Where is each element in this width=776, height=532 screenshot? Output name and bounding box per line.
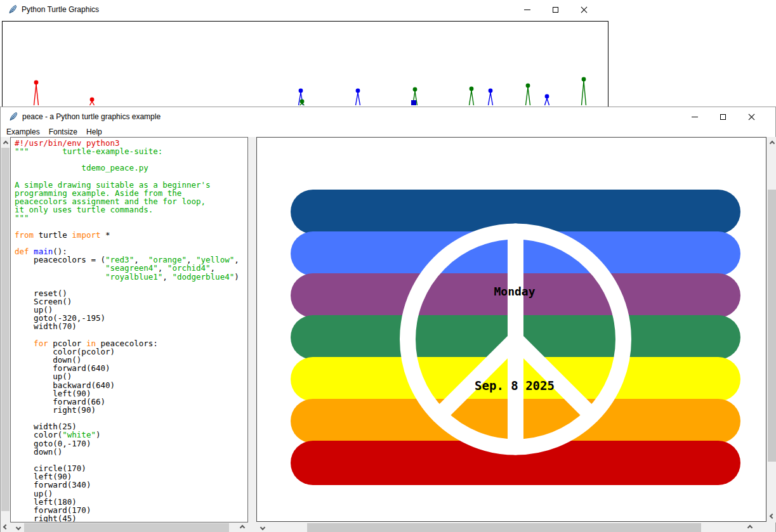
stick-figure xyxy=(489,89,493,105)
chevron-down-icon xyxy=(3,524,8,529)
turtle-minimize-button[interactable] xyxy=(513,0,541,19)
chevron-up-icon xyxy=(769,140,774,145)
code-line: tdemo_peace.py xyxy=(15,164,247,172)
stick-figure xyxy=(300,100,305,105)
peace-window-title: peace - a Python turtle graphics example xyxy=(22,112,161,121)
code-line: "royalblue1", "dodgerblue4") xyxy=(15,273,247,281)
code-line: it only uses turtle commands. xyxy=(15,205,247,214)
peace-minimize-button[interactable] xyxy=(680,107,709,126)
canvas-vscroll-thumb[interactable] xyxy=(768,190,776,462)
stick-figure xyxy=(356,89,360,105)
chevron-right-icon xyxy=(747,525,752,530)
python-feather-icon xyxy=(8,112,18,122)
peace-close-button[interactable] xyxy=(737,107,766,126)
scroll-up-button[interactable] xyxy=(1,137,10,147)
chevron-up-icon xyxy=(3,140,8,145)
turtle-window-title: Python Turtle Graphics xyxy=(22,5,99,14)
code-line: width(70) xyxy=(15,322,247,330)
code-line: right(45) xyxy=(15,514,247,522)
scroll-up-button[interactable] xyxy=(767,137,776,147)
canvas-horizontal-scrollbar[interactable] xyxy=(256,522,766,532)
stick-figure xyxy=(411,100,416,105)
canvas-vertical-scrollbar[interactable] xyxy=(767,137,776,522)
stick-figure xyxy=(470,87,474,105)
code-vscroll-thumb[interactable] xyxy=(1,148,10,511)
stick-figure xyxy=(526,84,530,105)
menu-item-examples[interactable]: Examples xyxy=(2,126,44,137)
scroll-down-button[interactable] xyxy=(1,522,10,532)
canvas-hscroll-thumb[interactable] xyxy=(307,523,701,532)
peace-maximize-button[interactable] xyxy=(709,107,737,126)
chevron-down-icon xyxy=(769,513,774,518)
stick-figure xyxy=(34,81,39,105)
stick-figure xyxy=(582,77,586,105)
close-icon xyxy=(748,114,755,120)
code-hscroll-thumb[interactable] xyxy=(24,523,229,532)
turtle-close-button[interactable] xyxy=(570,0,598,19)
canvas-text-label: Monday xyxy=(494,285,535,298)
source-code-view[interactable]: #!/usr/bin/env python3""" turtle-example… xyxy=(10,137,248,522)
menu-item-help[interactable]: Help xyxy=(82,126,107,137)
minimize-icon xyxy=(524,10,530,10)
code-line: """ xyxy=(15,214,247,222)
scroll-down-button[interactable] xyxy=(767,512,776,522)
python-feather-icon xyxy=(8,4,18,15)
code-line: """ turtle-example-suite: xyxy=(15,147,247,155)
stick-figure xyxy=(545,94,549,105)
chevron-right-icon xyxy=(239,525,244,530)
peace-example-window: peace - a Python turtle graphics example… xyxy=(0,107,776,532)
canvas-text-label: Sep. 8 2025 xyxy=(475,379,555,393)
peace-window-titlebar[interactable]: peace - a Python turtle graphics example xyxy=(1,107,775,126)
menu-bar: ExamplesFontsizeHelp xyxy=(1,126,775,137)
code-vertical-scrollbar[interactable] xyxy=(1,137,10,532)
stick-figure-drawings xyxy=(3,22,608,106)
minimize-icon xyxy=(692,117,698,117)
scroll-right-button[interactable] xyxy=(746,522,756,532)
code-line: from turtle import * xyxy=(15,231,247,239)
code-line: down() xyxy=(15,448,247,456)
turtle-maximize-button[interactable] xyxy=(541,0,570,19)
chevron-left-icon xyxy=(260,525,265,530)
peace-drawing-canvas: MondaySep. 8 2025 xyxy=(256,137,766,522)
scroll-left-button[interactable] xyxy=(12,522,22,532)
code-line: right(90) xyxy=(15,406,247,414)
maximize-icon xyxy=(720,114,726,120)
turtle-graphics-window: Python Turtle Graphics xyxy=(0,0,611,107)
scroll-right-button[interactable] xyxy=(238,522,248,532)
pane-divider[interactable] xyxy=(248,137,256,532)
code-horizontal-scrollbar[interactable] xyxy=(12,522,248,532)
menu-item-fontsize[interactable]: Fontsize xyxy=(44,126,82,137)
close-icon xyxy=(581,6,588,13)
maximize-icon xyxy=(553,7,558,13)
turtle-drawing-canvas xyxy=(2,21,608,107)
peace-flag-drawing xyxy=(257,138,766,521)
scroll-left-button[interactable] xyxy=(256,522,266,532)
stick-figure xyxy=(90,98,95,105)
chevron-left-icon xyxy=(15,525,20,530)
turtle-window-titlebar[interactable]: Python Turtle Graphics xyxy=(0,0,611,19)
